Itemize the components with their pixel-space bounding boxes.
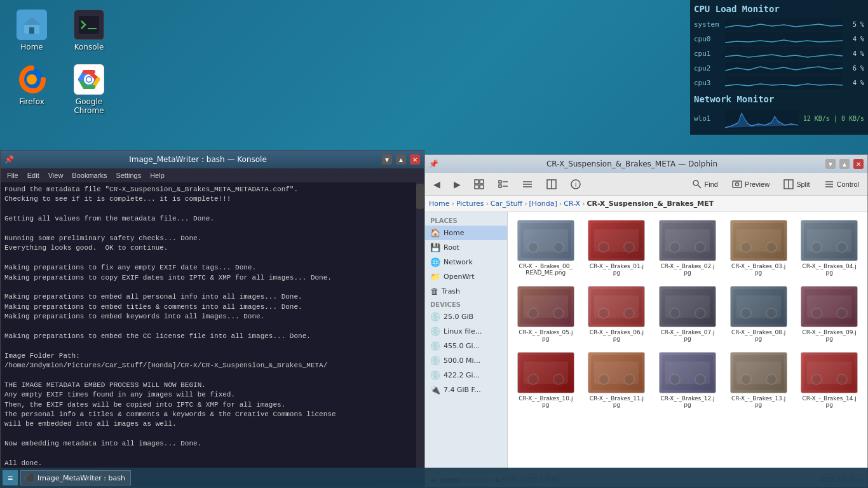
- file-item-12[interactable]: CR-X_-_Brakes_12.jpg: [653, 348, 722, 412]
- sidebar-openwrt-label: OpenWrt: [444, 273, 475, 281]
- desktop-icon-konsole[interactable]: Konsole: [64, 6, 114, 55]
- file-item-0[interactable]: CR-X_-_Brakes_00_READ_ME.png: [512, 216, 580, 280]
- svg-point-80: [553, 374, 564, 384]
- dolphin-pin-icon[interactable]: 📌: [429, 159, 438, 168]
- svg-point-71: [741, 308, 751, 318]
- svg-point-64: [624, 308, 634, 318]
- dev2-icon: 💿: [430, 327, 440, 336]
- file-label-8: CR-X_-_Brakes_08.jpg: [730, 329, 787, 342]
- konsole-menu-help[interactable]: Help: [146, 170, 168, 180]
- file-item-14[interactable]: CR-X_-_Brakes_14.jpg: [795, 348, 864, 412]
- file-item-13[interactable]: CR-X_-_Brakes_13.jpg: [724, 348, 793, 412]
- svg-rect-14: [480, 180, 484, 184]
- dolphin-sidebar: Places 🏠 Home 💾 Root 🌐 Network 📁 OpenWrt: [425, 212, 508, 473]
- desktop-icon-firefox[interactable]: Firefox: [6, 61, 57, 118]
- svg-point-55: [811, 242, 822, 252]
- breadcrumb-honda[interactable]: [Honda]: [529, 200, 557, 208]
- dolphin-view-icons-button[interactable]: [468, 175, 490, 193]
- sidebar-item-dev5[interactable]: 💿 422.2 Gi...: [425, 368, 507, 383]
- dolphin-find-button[interactable]: Find: [686, 175, 724, 193]
- taskbar: ≡ ⬛ Image_MetaWriter : bash: [0, 468, 868, 488]
- home-icon-label: Home: [20, 43, 43, 51]
- sidebar-dev6-label: 7.4 GiB F...: [444, 386, 481, 394]
- konsole-close-button[interactable]: ✕: [410, 154, 420, 165]
- cpu0-graph: [725, 32, 843, 45]
- konsole-menu-settings[interactable]: Settings: [112, 170, 145, 180]
- svg-point-68: [695, 308, 705, 318]
- svg-rect-19: [499, 185, 501, 187]
- file-item-1[interactable]: CR-X_-_Brakes_01.jpg: [583, 216, 651, 280]
- file-item-4[interactable]: CR-X_-_Brakes_04.jpg: [795, 216, 864, 280]
- file-label-3: CR-X_-_Brakes_03.jpg: [730, 263, 787, 276]
- desktop-icons: Home Konsole: [6, 6, 114, 118]
- wlo1-value: 12 KB/s | 0 KB/s: [803, 115, 864, 122]
- konsole-minimize-button[interactable]: ▼: [382, 154, 392, 165]
- file-item-5[interactable]: CR-X_-_Brakes_05.jpg: [512, 282, 580, 346]
- dolphin-maximize-button[interactable]: ▲: [839, 159, 850, 169]
- dolphin-preview-button[interactable]: Preview: [726, 175, 775, 193]
- dev4-icon: 💿: [430, 356, 440, 365]
- taskbar-menu-button[interactable]: ≡: [3, 470, 18, 485]
- svg-point-31: [736, 182, 739, 186]
- desktop: Home Konsole: [0, 0, 868, 488]
- file-item-9[interactable]: CR-X_-_Brakes_09.jpg: [795, 282, 864, 346]
- taskbar-konsole-item[interactable]: ⬛ Image_MetaWriter : bash: [20, 470, 131, 485]
- konsole-scrollbar[interactable]: [416, 182, 424, 470]
- dolphin-info-button[interactable]: i: [565, 175, 587, 193]
- konsole-title: Image_MetaWriter : bash — Konsole: [18, 155, 378, 164]
- svg-line-29: [698, 185, 701, 188]
- sidebar-item-network[interactable]: 🌐 Network: [425, 255, 507, 269]
- svg-point-56: [837, 242, 847, 252]
- sidebar-item-dev3[interactable]: 💿 455.0 Gi...: [425, 339, 507, 353]
- konsole-menu-edit[interactable]: Edit: [24, 170, 43, 180]
- sidebar-item-home[interactable]: 🏠 Home: [425, 226, 507, 240]
- dolphin-minimize-button[interactable]: ▼: [825, 159, 836, 169]
- file-item-3[interactable]: CR-X_-_Brakes_03.jpg: [724, 216, 793, 280]
- file-item-10[interactable]: CR-X_-_Brakes_10.jpg: [512, 348, 580, 412]
- file-label-2: CR-X_-_Brakes_02.jpg: [659, 263, 716, 276]
- cpu2-value: 6 %: [845, 65, 864, 72]
- sidebar-dev4-label: 500.0 Mi...: [444, 356, 480, 365]
- dolphin-split-button[interactable]: Split: [778, 175, 815, 193]
- konsole-menu-bookmarks[interactable]: Bookmarks: [68, 170, 111, 180]
- dolphin-split-view-button[interactable]: [541, 175, 562, 193]
- konsole-terminal[interactable]: Found the metadata file "CR-X_Suspension…: [1, 182, 416, 470]
- file-item-8[interactable]: CR-X_-_Brakes_08.jpg: [724, 282, 793, 346]
- cpu-system-graph: [725, 18, 843, 30]
- breadcrumb-home[interactable]: Home: [429, 200, 449, 208]
- sidebar-item-dev1[interactable]: 💿 25.0 GiB: [425, 309, 507, 324]
- svg-rect-30: [733, 181, 742, 187]
- konsole-maximize-button[interactable]: ▲: [396, 154, 406, 165]
- konsole-menu-file[interactable]: File: [3, 170, 22, 180]
- konsole-pin-icon[interactable]: 📌: [4, 155, 14, 164]
- dolphin-forward-button[interactable]: ▶: [448, 175, 466, 193]
- dolphin-close-button[interactable]: ✕: [853, 159, 864, 169]
- cpu2-graph: [725, 62, 843, 74]
- dolphin-toolbar: ◀ ▶: [425, 173, 867, 196]
- taskbar-konsole-icon: ⬛: [26, 474, 35, 482]
- sidebar-item-dev2[interactable]: 💿 Linux file...: [425, 324, 507, 339]
- cpu-row-1: cpu1 4 %: [694, 47, 864, 60]
- breadcrumb-carstuff[interactable]: Car_Stuff: [491, 200, 522, 208]
- breadcrumb-crx[interactable]: CR-X: [564, 200, 580, 208]
- sidebar-item-root[interactable]: 💾 Root: [425, 240, 507, 255]
- sidebar-item-dev4[interactable]: 💿 500.0 Mi...: [425, 353, 507, 368]
- sidebar-item-dev6[interactable]: 🔌 7.4 GiB F...: [425, 383, 507, 397]
- dolphin-control-button[interactable]: Control: [818, 175, 865, 193]
- dolphin-back-button[interactable]: ◀: [428, 175, 445, 193]
- file-item-11[interactable]: CR-X_-_Brakes_11.jpg: [583, 348, 651, 412]
- file-item-2[interactable]: CR-X_-_Brakes_02.jpg: [653, 216, 722, 280]
- desktop-icon-home[interactable]: Home: [6, 6, 57, 55]
- file-item-7[interactable]: CR-X_-_Brakes_07.jpg: [653, 282, 722, 346]
- dolphin-view-details-button[interactable]: [517, 175, 538, 193]
- breadcrumb-pictures[interactable]: Pictures: [456, 200, 484, 208]
- desktop-icon-chrome[interactable]: Google Chrome: [64, 61, 114, 118]
- sidebar-dev2-label: Linux file...: [444, 327, 482, 336]
- network-monitor-title: Network Monitor: [694, 94, 864, 104]
- sidebar-item-openwrt[interactable]: 📁 OpenWrt: [425, 269, 507, 284]
- sidebar-item-trash[interactable]: 🗑 Trash: [425, 284, 507, 299]
- file-item-6[interactable]: CR-X_-_Brakes_06.jpg: [583, 282, 651, 346]
- dolphin-view-compact-button[interactable]: [492, 175, 514, 193]
- konsole-menu-view[interactable]: View: [44, 170, 67, 180]
- devices-section-title: Devices: [425, 299, 507, 309]
